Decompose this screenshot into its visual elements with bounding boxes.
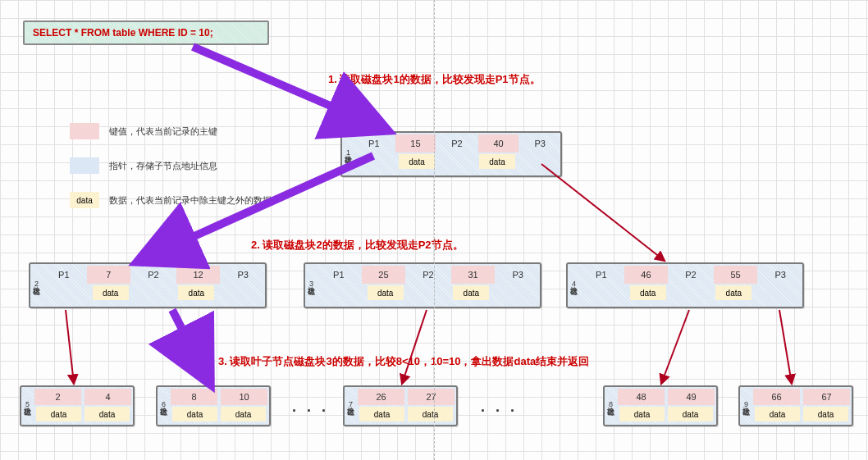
step-3: 3. 读取叶子节点磁盘块3的数据，比较8<10，10=10，拿出数据data结束… (218, 354, 589, 369)
key-cell: 66 (753, 389, 800, 405)
key-cell: 12 (176, 266, 221, 284)
key-cell: 10 (221, 389, 267, 405)
disk-block-8: 磁盘块8 48 49 data data (603, 385, 718, 426)
arrow-b4-b9 (779, 310, 792, 384)
key-cell: 55 (714, 266, 758, 284)
data-cell: data (668, 407, 713, 421)
block-label: 磁盘块6 (158, 387, 169, 425)
disk-block-7: 磁盘块7 26 27 data data (343, 385, 458, 426)
key-cell: 67 (803, 389, 850, 405)
disk-block-1: 磁盘块1 P1 15 P2 40 P3 data data (340, 131, 562, 177)
key-cell: 40 (478, 134, 519, 153)
disk-block-5: 磁盘块5 2 4 data data (20, 385, 135, 426)
block-label: 磁盘块7 (345, 387, 356, 425)
data-cell: data (368, 285, 404, 300)
sql-text: SELECT * FROM table WHERE ID = 10; (33, 27, 213, 39)
data-cell: data (408, 407, 453, 421)
ellipsis: . . . (292, 399, 329, 416)
data-cell: data (178, 285, 214, 300)
arrow-b1-b4 (541, 164, 665, 261)
block-label: 磁盘块9 (740, 387, 752, 425)
disk-block-6: 磁盘块6 8 10 data data (156, 385, 271, 426)
data-cell: data (221, 407, 266, 421)
data-cell: data (803, 407, 848, 421)
legend-key: 键值，代表当前记录的主键 (70, 123, 316, 139)
data-cell: data (453, 285, 489, 300)
sql-query-box: SELECT * FROM table WHERE ID = 10; (23, 20, 269, 45)
key-cell: 49 (668, 389, 715, 405)
step-2: 2. 读取磁盘块2的数据，比较发现走P2节点。 (251, 238, 464, 253)
legend-data-text: 数据，代表当前记录中除主键之外的数据 (109, 194, 272, 207)
block-label: 磁盘块8 (605, 387, 616, 425)
pointer-p1: P1 (317, 264, 361, 285)
key-cell: 46 (624, 266, 669, 284)
key-cell: 15 (395, 134, 436, 153)
arrow-b3-b7 (402, 310, 427, 384)
key-cell: 8 (171, 389, 217, 405)
disk-block-4: 磁盘块4 P1 46 P2 55 P3 data data (566, 262, 804, 308)
block-label: 磁盘块2 (30, 264, 42, 307)
key-cell: 2 (34, 389, 81, 405)
key-cell: 26 (358, 389, 404, 405)
legend-pointer: 指针，存储子节点地址信息 (70, 157, 316, 174)
arrow-b2-b5 (66, 310, 74, 384)
legend-key-text: 键值，代表当前记录的主键 (109, 125, 217, 138)
data-cell: data (399, 154, 435, 169)
pointer-p2: P2 (131, 264, 176, 285)
ellipsis: . . . (481, 399, 518, 416)
disk-block-3: 磁盘块3 P1 25 P2 31 P3 data data (304, 262, 541, 308)
data-cell: data (479, 154, 515, 169)
disk-block-9: 磁盘块9 66 67 data data (738, 385, 853, 426)
key-cell: 48 (618, 389, 665, 405)
block-label: 磁盘块1 (342, 133, 354, 175)
data-cell: data (36, 407, 81, 421)
pointer-p3: P3 (758, 264, 802, 285)
block-label: 磁盘块4 (568, 264, 579, 307)
pointer-p3: P3 (496, 264, 540, 285)
block-label: 磁盘块5 (21, 387, 33, 425)
key-cell: 4 (85, 389, 131, 405)
pointer-p2: P2 (436, 133, 477, 154)
data-cell: data (755, 407, 800, 421)
data-cell: data (630, 285, 666, 300)
legend-pointer-text: 指针，存储子节点地址信息 (109, 160, 217, 172)
center-guide (434, 0, 435, 460)
key-swatch (70, 123, 99, 139)
legend-data: data 数据，代表当前记录中除主键之外的数据 (70, 192, 316, 208)
data-cell: data (93, 285, 129, 300)
pointer-p2: P2 (406, 264, 450, 285)
key-cell: 27 (408, 389, 455, 405)
key-cell: 7 (87, 266, 131, 284)
pointer-p2: P2 (669, 264, 713, 285)
pointer-swatch (70, 157, 99, 174)
pointer-p1: P1 (579, 264, 624, 285)
key-cell: 31 (451, 266, 496, 284)
arrow-step1 (193, 47, 386, 130)
pointer-p3: P3 (519, 133, 560, 154)
disk-block-2: 磁盘块2 P1 7 P2 12 P3 data data (29, 262, 267, 308)
legend: 键值，代表当前记录的主键 指针，存储子节点地址信息 data 数据，代表当前记录… (70, 123, 316, 226)
data-cell: data (85, 407, 130, 421)
data-swatch: data (70, 192, 99, 208)
pointer-p1: P1 (354, 133, 395, 154)
arrow-step3 (172, 310, 209, 382)
block-label: 磁盘块3 (305, 264, 317, 307)
data-cell: data (715, 285, 752, 300)
pointer-p3: P3 (221, 264, 265, 285)
data-cell: data (359, 407, 404, 421)
pointer-p1: P1 (42, 264, 86, 285)
key-cell: 25 (362, 266, 406, 284)
data-cell: data (172, 407, 217, 421)
arrow-b4-b8 (661, 310, 689, 384)
data-cell: data (619, 407, 665, 421)
